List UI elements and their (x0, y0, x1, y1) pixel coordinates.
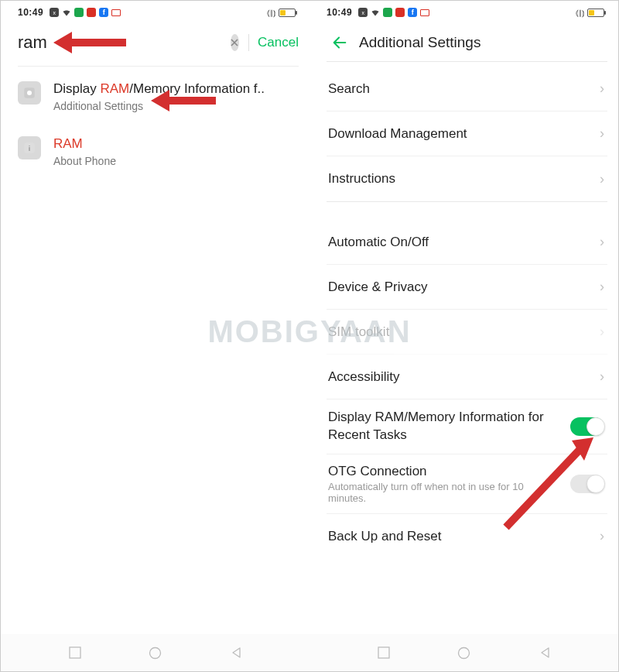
gmail-icon (111, 8, 121, 17)
chevron-right-icon: › (600, 234, 604, 250)
youtube-icon (395, 8, 405, 17)
chevron-right-icon: › (600, 369, 604, 385)
clear-search-button[interactable] (231, 34, 239, 51)
row-display-ram[interactable]: Display RAM/Memory Information for Recen… (327, 399, 607, 454)
row-label: Accessibility (328, 369, 600, 385)
row-label: Display RAM/Memory Information for Recen… (328, 409, 570, 444)
vibrate-icon: ⦅‖⦆ (267, 8, 276, 18)
result-title: RAM (53, 135, 299, 153)
row-instructions[interactable]: Instructions › (327, 156, 607, 201)
settings-result-icon (18, 81, 41, 105)
svg-point-5 (150, 647, 161, 658)
svg-point-7 (459, 647, 470, 658)
result-title: Display RAM/Memory Information f.. (53, 81, 299, 98)
app-icon (383, 8, 392, 17)
facebook-icon: f (99, 8, 108, 17)
battery-icon (587, 9, 604, 17)
notif-icon: x (358, 8, 368, 17)
row-download-management[interactable]: Download Management › (327, 111, 607, 156)
row-accessibility[interactable]: Accessibility › (327, 355, 607, 399)
back-nav-button[interactable] (538, 646, 551, 660)
vibrate-icon: ⦅‖⦆ (576, 8, 585, 18)
row-label: Automatic On/Off (328, 235, 600, 250)
home-button[interactable] (149, 646, 162, 660)
wifi-icon (62, 8, 71, 17)
clock: 10:49 (327, 7, 352, 18)
status-bar: 10:49 x f ⦅‖⦆ (18, 1, 299, 21)
row-sim-toolkit[interactable]: SIM toolkit › (327, 310, 607, 355)
search-result[interactable]: Display RAM/Memory Information f.. Addit… (18, 67, 299, 122)
youtube-icon (87, 8, 96, 17)
row-label: OTG Connection Automatically turn off wh… (328, 464, 570, 504)
row-label: Device & Privacy (328, 279, 600, 295)
result-subtitle: Additional Settings (53, 100, 299, 112)
info-result-icon: i (18, 136, 41, 159)
row-label: Instructions (328, 171, 600, 187)
svg-point-1 (27, 91, 32, 95)
gmail-icon (420, 8, 429, 17)
svg-rect-4 (70, 647, 80, 658)
chevron-right-icon: › (600, 279, 604, 295)
facebook-icon: f (408, 8, 417, 17)
row-label: SIM toolkit (328, 324, 600, 340)
clock: 10:49 (18, 7, 43, 18)
page-title: Additional Settings (359, 34, 480, 51)
display-ram-toggle[interactable] (570, 417, 604, 436)
row-automatic-onoff[interactable]: Automatic On/Off › (327, 220, 607, 265)
chevron-right-icon: › (600, 81, 604, 97)
result-subtitle: About Phone (53, 155, 299, 167)
back-nav-button[interactable] (229, 646, 242, 660)
chevron-right-icon: › (600, 125, 604, 142)
chevron-right-icon: › (600, 171, 604, 187)
row-label: Download Management (328, 126, 600, 142)
chevron-right-icon: › (600, 528, 604, 544)
battery-icon (279, 9, 296, 17)
search-input[interactable] (18, 33, 231, 53)
android-navbar (1, 634, 618, 671)
svg-text:i: i (29, 145, 31, 153)
app-icon (74, 8, 84, 17)
chevron-right-icon: › (600, 324, 604, 340)
recent-apps-button[interactable] (377, 646, 390, 660)
row-device-privacy[interactable]: Device & Privacy › (327, 265, 607, 310)
home-button[interactable] (457, 646, 470, 660)
row-subtitle: Automatically turn off when not in use f… (328, 481, 563, 504)
row-label: Back Up and Reset (328, 529, 600, 544)
status-bar: 10:49 x f ⦅‖⦆ (327, 1, 607, 21)
divider (327, 61, 607, 62)
cancel-button[interactable]: Cancel (258, 35, 299, 50)
otg-toggle[interactable] (570, 475, 604, 493)
row-label: Search (328, 81, 600, 97)
row-search[interactable]: Search › (327, 67, 607, 111)
search-result[interactable]: i RAM About Phone (18, 122, 299, 177)
row-backup-reset[interactable]: Back Up and Reset › (327, 514, 607, 559)
back-button[interactable] (327, 29, 353, 56)
wifi-icon (371, 8, 380, 17)
recent-apps-button[interactable] (68, 646, 81, 660)
notif-icon: x (50, 8, 59, 17)
svg-rect-6 (378, 647, 389, 658)
row-otg-connection[interactable]: OTG Connection Automatically turn off wh… (327, 454, 607, 514)
